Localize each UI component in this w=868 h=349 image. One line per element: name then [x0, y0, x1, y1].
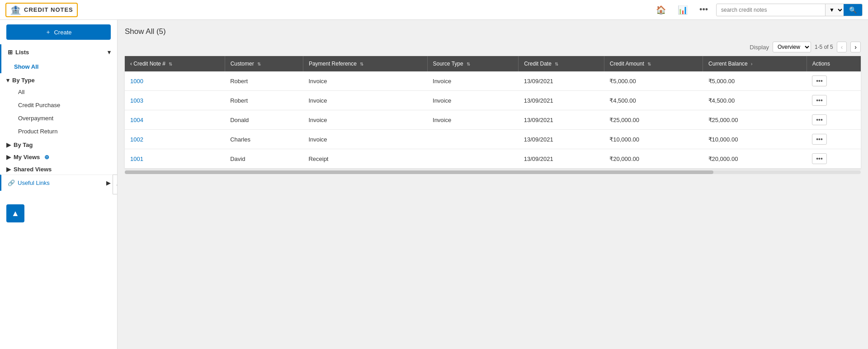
source-type-cell: Invoice: [427, 110, 519, 130]
actions-cell: •••: [807, 71, 861, 91]
customer-col-label: Customer: [231, 61, 254, 67]
chart-button[interactable]: 📊: [674, 3, 691, 17]
actions-cell: •••: [807, 149, 861, 169]
credit-note-cell[interactable]: 1004: [125, 110, 225, 130]
home-button[interactable]: 🏠: [652, 3, 670, 17]
show-all-label: Show All: [14, 63, 38, 70]
table-body: 1000 Robert Invoice Invoice 13/09/2021 ₹…: [125, 71, 861, 169]
lists-grid-icon: ⊞: [8, 49, 13, 56]
actions-col-label: Actions: [812, 61, 830, 67]
source-type-sort-icon: ⇅: [467, 61, 470, 66]
my-views-header[interactable]: ▶ My Views ⊕: [0, 150, 117, 162]
current-balance-cell: ₹4,500.00: [703, 91, 807, 110]
credit-note-cell[interactable]: 1002: [125, 130, 225, 149]
table-row: 1003 Robert Invoice Invoice 13/09/2021 ₹…: [125, 91, 861, 110]
useful-links-icon: 🔗: [8, 179, 15, 186]
table-row: 1000 Robert Invoice Invoice 13/09/2021 ₹…: [125, 71, 861, 91]
credit-note-sort-icon: ⇅: [169, 61, 172, 66]
payment-reference-cell: Invoice: [303, 130, 427, 149]
row-actions-button[interactable]: •••: [812, 153, 827, 164]
col-current-balance[interactable]: Current Balance ›: [703, 56, 807, 71]
credit-note-cell[interactable]: 1001: [125, 149, 225, 169]
credit-note-cell[interactable]: 1000: [125, 71, 225, 91]
customer-cell: Robert: [225, 71, 303, 91]
credit-amount-cell: ₹25,000.00: [604, 110, 703, 130]
credit-amount-cell: ₹20,000.00: [604, 149, 703, 169]
display-label: Display: [750, 44, 769, 51]
show-all-item[interactable]: Show All: [1, 60, 117, 73]
credit-amount-col-label: Credit Amount: [610, 61, 644, 67]
search-button[interactable]: 🔍: [844, 4, 862, 16]
col-credit-note[interactable]: ‹ Credit Note # ⇅: [125, 56, 225, 71]
search-dropdown[interactable]: ▼: [825, 4, 844, 16]
my-views-add-icon[interactable]: ⊕: [44, 154, 49, 160]
credit-notes-table: ‹ Credit Note # ⇅ Customer ⇅ Payment Ref…: [125, 56, 861, 169]
logo-icon: 🏦: [10, 5, 21, 15]
col-payment-reference[interactable]: Payment Reference ⇅: [303, 56, 427, 71]
by-type-header[interactable]: ▾ By Type: [0, 73, 117, 85]
current-balance-cell: ₹5,000.00: [703, 71, 807, 91]
source-type-cell: Invoice: [427, 71, 519, 91]
credit-date-cell: 13/09/2021: [519, 149, 604, 169]
row-actions-button[interactable]: •••: [812, 134, 827, 145]
pagination-info: 1-5 of 5: [815, 44, 833, 50]
useful-links-left: 🔗 Useful Links: [8, 179, 50, 186]
shared-views-arrow-icon: ▶: [6, 166, 11, 173]
shared-views-label: Shared Views: [14, 166, 52, 173]
col-customer[interactable]: Customer ⇅: [225, 56, 303, 71]
current-balance-cell: ₹20,000.00: [703, 149, 807, 169]
credit-date-cell: 13/09/2021: [519, 130, 604, 149]
row-actions-button[interactable]: •••: [812, 114, 827, 125]
payment-ref-sort-icon: ⇅: [360, 61, 363, 66]
shared-views-header[interactable]: ▶ Shared Views: [0, 162, 117, 174]
payment-reference-cell: Invoice: [303, 110, 427, 130]
type-all-label: All: [18, 89, 24, 95]
lists-header[interactable]: ⊞ Lists ▾: [1, 44, 117, 60]
col-actions: Actions: [807, 56, 861, 71]
credit-date-cell: 13/09/2021: [519, 91, 604, 110]
col-credit-amount[interactable]: Credit Amount ⇅: [604, 56, 703, 71]
search-input[interactable]: [717, 5, 825, 15]
credit-note-cell[interactable]: 1003: [125, 91, 225, 110]
row-actions-button[interactable]: •••: [812, 75, 827, 86]
useful-links-chevron-icon: ▶: [106, 179, 111, 186]
col-credit-date[interactable]: Credit Date ⇅: [519, 56, 604, 71]
by-tag-header[interactable]: ▶ By Tag: [0, 138, 117, 150]
row-actions-button[interactable]: •••: [812, 95, 827, 106]
credit-amount-cell: ₹4,500.00: [604, 91, 703, 110]
col-source-type[interactable]: Source Type ⇅: [427, 56, 519, 71]
current-balance-cell: ₹10,000.00: [703, 130, 807, 149]
payment-ref-col-label: Payment Reference: [309, 61, 357, 67]
type-product-return-item[interactable]: Product Return: [0, 125, 117, 138]
search-bar: ▼ 🔍: [716, 4, 863, 16]
type-overpayment-label: Overpayment: [18, 115, 53, 122]
credit-note-col-label: Credit Note #: [133, 61, 165, 67]
create-button[interactable]: ＋ Create: [6, 24, 111, 40]
view-mode-select[interactable]: Overview Detail: [773, 42, 811, 52]
scroll-top-button[interactable]: ▲: [6, 204, 24, 222]
current-balance-col-label: Current Balance: [708, 61, 748, 67]
by-tag-arrow-icon: ▶: [6, 141, 11, 148]
type-credit-purchase-item[interactable]: Credit Purchase: [0, 99, 117, 112]
source-type-cell: Invoice: [427, 91, 519, 110]
prev-page-button[interactable]: ‹: [837, 42, 847, 52]
sidebar-collapse-toggle[interactable]: ‹: [113, 174, 118, 194]
sidebar: ＋ Create ⊞ Lists ▾ Show All ▾ By Type Al…: [0, 20, 118, 349]
useful-links-item[interactable]: 🔗 Useful Links ▶: [0, 174, 117, 191]
top-nav: 🏦 CREDIT NOTES 🏠 📊 ••• ▼ 🔍: [0, 0, 868, 20]
sidebar-bottom: ▲: [0, 200, 117, 227]
credit-amount-sort-icon: ⇅: [647, 61, 651, 66]
by-type-label: By Type: [12, 77, 35, 84]
next-page-button[interactable]: ›: [850, 42, 861, 52]
type-all-item[interactable]: All: [0, 85, 117, 99]
source-type-cell: [427, 149, 519, 169]
more-options-button[interactable]: •••: [696, 3, 712, 16]
my-views-arrow-icon: ▶: [6, 154, 11, 160]
actions-cell: •••: [807, 130, 861, 149]
type-overpayment-item[interactable]: Overpayment: [0, 112, 117, 125]
credit-amount-cell: ₹10,000.00: [604, 130, 703, 149]
lists-label: Lists: [15, 49, 29, 56]
main-layout: ＋ Create ⊞ Lists ▾ Show All ▾ By Type Al…: [0, 20, 868, 349]
page-title: Show All (5): [125, 27, 861, 36]
table-scroll-bar: [125, 170, 861, 174]
